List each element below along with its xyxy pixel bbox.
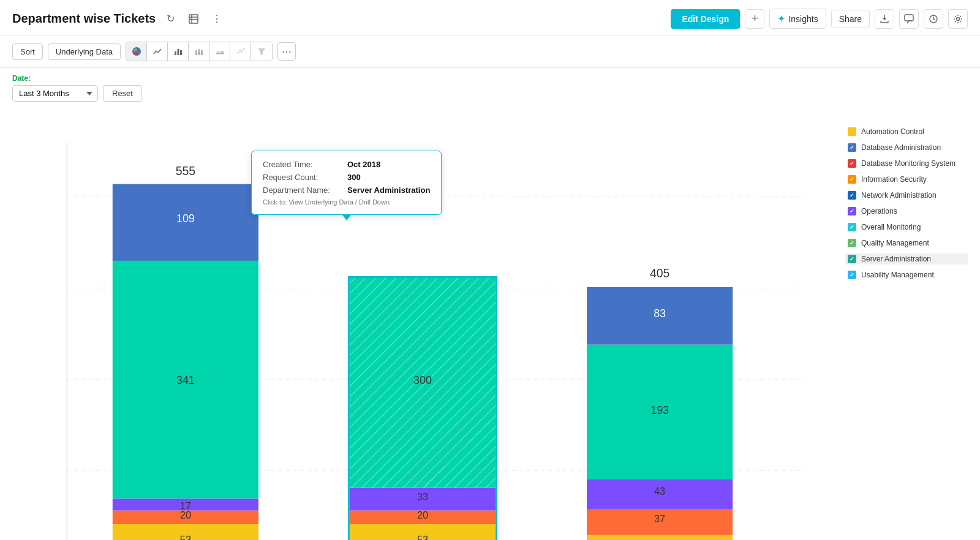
svg-text:20: 20: [417, 509, 428, 520]
table-button[interactable]: [185, 10, 202, 28]
svg-rect-0: [189, 15, 198, 23]
refresh-button[interactable]: ↻: [162, 10, 179, 28]
main-content: Created Time: Oct 2018 Request Count: 30…: [0, 108, 980, 540]
add-button[interactable]: +: [745, 9, 764, 29]
tooltip: Created Time: Oct 2018 Request Count: 30…: [251, 151, 442, 215]
legend-label-usability-mgmt: Usability Management: [861, 271, 934, 279]
legend-area: Automation Control ✓ Database Administra…: [845, 114, 968, 540]
svg-rect-10: [195, 53, 197, 55]
legend-label-server-admin: Server Administration: [861, 255, 931, 263]
tooltip-created-time-value: Oct 2018: [347, 160, 380, 169]
legend-item-overall-monitoring[interactable]: ✓ Overall Monitoring: [845, 222, 968, 233]
legend-color-db-monitoring: ✓: [848, 159, 856, 168]
insights-icon: ✦: [777, 13, 785, 24]
tooltip-request-count-value: 300: [347, 173, 361, 182]
more-chart-options-button[interactable]: ⋯: [277, 42, 296, 61]
tooltip-created-time-row: Created Time: Oct 2018: [263, 160, 430, 169]
scatter-chart-button[interactable]: [230, 42, 251, 61]
share-button[interactable]: Share: [831, 10, 870, 28]
pie-chart-button[interactable]: [126, 42, 147, 61]
svg-rect-11: [195, 50, 197, 53]
svg-text:53: 53: [180, 534, 191, 540]
line-chart-button[interactable]: [147, 42, 168, 61]
svg-text:341: 341: [176, 374, 195, 386]
date-filter-label: Date:: [12, 74, 968, 83]
filter-row: Last 3 Months Last 6 Months Last Year Cu…: [12, 85, 968, 102]
settings-button[interactable]: [948, 9, 968, 29]
legend-item-automation[interactable]: Automation Control: [845, 126, 968, 137]
svg-rect-9: [180, 50, 182, 55]
tooltip-created-time-label: Created Time:: [263, 160, 342, 169]
bar-chart-button[interactable]: [168, 42, 189, 61]
tooltip-department-row: Department Name: Server Administration: [263, 186, 430, 195]
tooltip-department-label: Department Name:: [263, 186, 342, 195]
legend-color-automation: [848, 127, 856, 136]
schedule-button[interactable]: [924, 9, 943, 29]
legend-label-overall-monitoring: Overall Monitoring: [861, 223, 921, 231]
header-right: Edit Design + ✦ Insights Share: [671, 9, 968, 29]
bar-seg[interactable]: [587, 535, 733, 540]
svg-point-16: [237, 52, 239, 54]
svg-point-19: [243, 48, 244, 50]
legend-color-overall-monitoring: ✓: [848, 223, 856, 231]
svg-text:43: 43: [654, 486, 665, 497]
legend-item-database-admin[interactable]: ✓ Database Administration: [845, 142, 968, 153]
header-left: Department wise Tickets ↻ ⋮: [12, 10, 225, 28]
export-button[interactable]: [875, 9, 894, 29]
legend-color-network-admin: ✓: [848, 191, 856, 200]
svg-text:193: 193: [650, 404, 669, 416]
chart-type-group: [126, 42, 273, 61]
legend-item-db-monitoring[interactable]: ✓ Database Monitoring System: [845, 158, 968, 169]
svg-text:53: 53: [417, 534, 428, 540]
svg-point-6: [957, 17, 960, 20]
svg-text:300: 300: [413, 374, 432, 386]
sort-button[interactable]: Sort: [12, 43, 43, 60]
header: Department wise Tickets ↻ ⋮ Edit Design …: [0, 0, 980, 36]
more-button[interactable]: ⋮: [208, 10, 225, 28]
legend-item-server-admin[interactable]: ✓ Server Administration: [845, 253, 968, 264]
legend-label-database-admin: Database Administration: [861, 143, 941, 152]
legend-item-quality-mgmt[interactable]: ✓ Quality Management: [845, 238, 968, 249]
legend-item-network-admin[interactable]: ✓ Network Administration: [845, 190, 968, 201]
legend-color-quality-mgmt: ✓: [848, 239, 856, 247]
toolbar: Sort Underlying Data: [0, 36, 980, 68]
area-chart-button[interactable]: [209, 42, 230, 61]
legend-color-usability-mgmt: ✓: [848, 271, 856, 279]
tooltip-department-value: Server Administration: [347, 186, 430, 195]
tooltip-hint: Click to: View Underlying Data / Drill D…: [263, 198, 430, 206]
tooltip-request-count-label: Request Count:: [263, 173, 342, 182]
page: Department wise Tickets ↻ ⋮ Edit Design …: [0, 0, 980, 540]
chart-area: Created Time: Oct 2018 Request Count: 30…: [12, 114, 833, 540]
svg-text:405: 405: [650, 266, 669, 280]
legend-item-operations[interactable]: ✓ Operations: [845, 206, 968, 217]
svg-rect-12: [198, 51, 200, 55]
svg-point-18: [241, 51, 243, 53]
legend-item-usability-mgmt[interactable]: ✓ Usability Management: [845, 269, 968, 280]
legend-label-network-admin: Network Administration: [861, 191, 937, 200]
legend-label-info-security: Information Security: [861, 175, 927, 184]
tooltip-request-count-row: Request Count: 300: [263, 173, 430, 182]
svg-rect-8: [177, 49, 179, 55]
legend-color-operations: ✓: [848, 207, 856, 216]
legend-label-quality-mgmt: Quality Management: [861, 239, 929, 247]
comment-button[interactable]: [899, 9, 919, 29]
legend-color-database-admin: ✓: [848, 143, 856, 152]
stacked-bar-button[interactable]: [189, 42, 209, 61]
page-title: Department wise Tickets: [12, 12, 156, 26]
legend-label-operations: Operations: [861, 207, 897, 216]
filters-section: Date: Last 3 Months Last 6 Months Last Y…: [0, 68, 980, 108]
insights-button[interactable]: ✦ Insights: [769, 9, 826, 29]
legend-label-automation: Automation Control: [861, 127, 924, 136]
svg-rect-14: [201, 52, 203, 55]
svg-marker-20: [258, 48, 265, 54]
funnel-chart-button[interactable]: [251, 42, 272, 61]
date-filter-select[interactable]: Last 3 Months Last 6 Months Last Year Cu…: [12, 85, 98, 102]
legend-label-db-monitoring: Database Monitoring System: [861, 159, 956, 168]
svg-text:83: 83: [654, 307, 666, 320]
legend-color-server-admin: ✓: [848, 255, 856, 263]
svg-text:33: 33: [417, 491, 428, 502]
reset-button[interactable]: Reset: [103, 85, 142, 102]
legend-item-info-security[interactable]: ✓ Information Security: [845, 174, 968, 185]
underlying-data-button[interactable]: Underlying Data: [48, 43, 121, 60]
edit-design-button[interactable]: Edit Design: [671, 9, 740, 29]
